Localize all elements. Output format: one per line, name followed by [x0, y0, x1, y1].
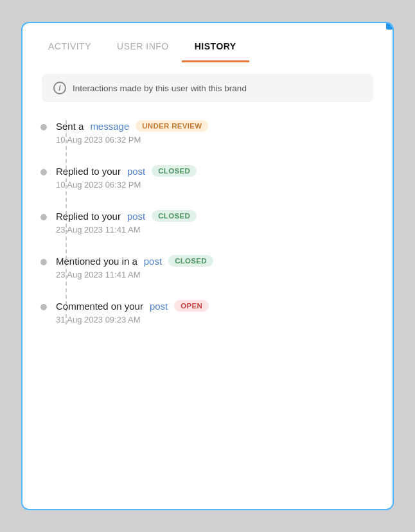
item-row: Mentioned you in a post CLOSED: [56, 255, 373, 267]
item-row: Replied to your post CLOSED: [56, 210, 373, 222]
item-link[interactable]: post: [127, 166, 145, 177]
tab-history[interactable]: HISTORY: [182, 41, 249, 62]
status-badge: CLOSED: [168, 255, 213, 267]
item-prefix: Sent a: [56, 121, 84, 132]
item-row: Sent a message UNDER REVIEW: [56, 120, 373, 132]
item-link[interactable]: post: [150, 301, 168, 312]
item-row: Replied to your post CLOSED: [56, 165, 373, 177]
info-banner-text: Interactions made by this user with this…: [73, 84, 247, 93]
item-link[interactable]: post: [144, 256, 162, 267]
item-date: 23 Aug 2023 11:41 AM: [56, 225, 373, 235]
item-date: 10 Aug 2023 06:32 PM: [56, 180, 373, 190]
item-prefix: Commented on your: [56, 301, 143, 312]
tab-bar: ACTIVITY USER INFO HISTORY: [22, 23, 393, 62]
status-badge: UNDER REVIEW: [136, 120, 208, 132]
status-badge: CLOSED: [152, 210, 197, 222]
tab-user-info[interactable]: USER INFO: [104, 41, 182, 62]
corner-indicator: [386, 22, 394, 30]
timeline-item: Commented on your post OPEN 31 Aug 2023 …: [56, 300, 373, 324]
timeline: Sent a message UNDER REVIEW 10 Aug 2023 …: [22, 109, 393, 344]
info-icon: i: [53, 82, 66, 94]
timeline-dot: [40, 169, 47, 175]
timeline-item: Sent a message UNDER REVIEW 10 Aug 2023 …: [56, 120, 373, 145]
timeline-item: Replied to your post CLOSED 23 Aug 2023 …: [56, 210, 373, 235]
info-banner: i Interactions made by this user with th…: [42, 74, 373, 102]
item-prefix: Mentioned you in a: [56, 256, 137, 267]
item-link[interactable]: message: [90, 121, 129, 132]
timeline-dot: [40, 124, 47, 130]
timeline-dot: [40, 259, 47, 265]
item-date: 31 Aug 2023 09:23 AM: [56, 315, 373, 324]
status-badge: OPEN: [174, 300, 209, 312]
item-row: Commented on your post OPEN: [56, 300, 373, 312]
item-date: 23 Aug 2023 11:41 AM: [56, 270, 373, 279]
timeline-dot: [40, 304, 47, 310]
status-badge: CLOSED: [152, 165, 197, 177]
item-prefix: Replied to your: [56, 166, 121, 177]
item-link[interactable]: post: [127, 211, 145, 222]
main-card: ACTIVITY USER INFO HISTORY i Interaction…: [21, 22, 394, 510]
timeline-item: Replied to your post CLOSED 10 Aug 2023 …: [56, 165, 373, 190]
tab-activity[interactable]: ACTIVITY: [48, 41, 104, 62]
timeline-dot: [40, 214, 47, 220]
item-date: 10 Aug 2023 06:32 PM: [56, 135, 373, 145]
item-prefix: Replied to your: [56, 211, 121, 222]
timeline-item: Mentioned you in a post CLOSED 23 Aug 20…: [56, 255, 373, 279]
